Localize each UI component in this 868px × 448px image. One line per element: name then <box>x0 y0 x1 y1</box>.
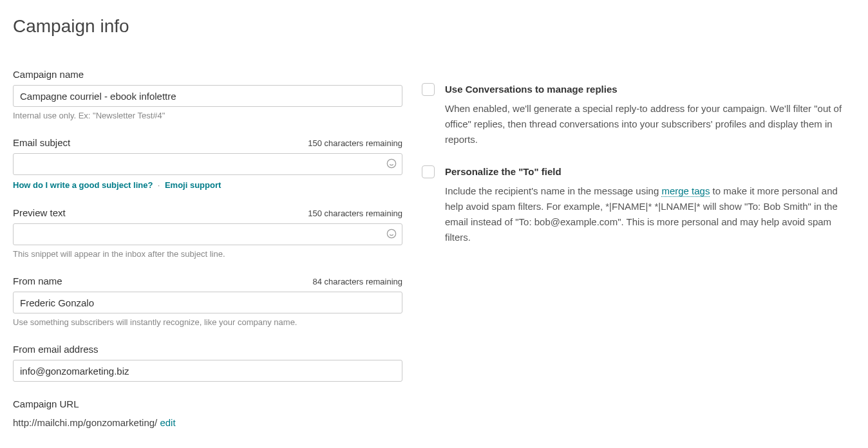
campaign-url-edit-link[interactable]: edit <box>160 417 175 428</box>
from-email-input[interactable] <box>13 360 402 382</box>
campaign-url-label: Campaign URL <box>13 398 79 409</box>
campaign-url-group: Campaign URL http://mailchi.mp/gonzomark… <box>13 398 402 428</box>
conversations-label: Use Conversations to manage replies <box>445 83 618 96</box>
personalize-checkbox[interactable] <box>422 165 435 178</box>
campaign-name-input[interactable] <box>13 85 402 107</box>
good-subject-link[interactable]: How do I write a good subject line? <box>13 180 153 190</box>
svg-point-0 <box>387 159 395 167</box>
from-name-group: From name 84 characters remaining Use so… <box>13 275 402 327</box>
preview-text-label: Preview text <box>13 207 66 218</box>
from-email-group: From email address <box>13 344 402 382</box>
emoji-picker-button[interactable] <box>384 227 399 241</box>
smiley-icon <box>386 158 397 171</box>
campaign-name-help: Internal use only. Ex: "Newsletter Test#… <box>13 111 402 120</box>
personalize-desc: Include the recipient's name in the mess… <box>445 183 855 245</box>
from-name-input[interactable] <box>13 292 402 313</box>
page-title: Campaign info <box>13 16 855 37</box>
emoji-picker-button[interactable] <box>384 157 399 171</box>
preview-text-remaining: 150 characters remaining <box>308 209 402 218</box>
link-separator: · <box>158 180 160 190</box>
email-subject-label: Email subject <box>13 137 70 148</box>
email-subject-group: Email subject 150 characters remaining H… <box>13 137 402 191</box>
personalize-label: Personalize the "To" field <box>445 165 561 178</box>
campaign-name-group: Campaign name Internal use only. Ex: "Ne… <box>13 69 402 120</box>
conversations-desc: When enabled, we'll generate a special r… <box>445 101 855 147</box>
from-name-remaining: 84 characters remaining <box>313 277 402 286</box>
conversations-checkbox[interactable] <box>422 83 435 96</box>
merge-tags-link[interactable]: merge tags <box>661 185 710 197</box>
email-subject-remaining: 150 characters remaining <box>308 138 402 148</box>
from-email-label: From email address <box>13 344 99 355</box>
preview-text-group: Preview text 150 characters remaining Th… <box>13 207 402 259</box>
emoji-support-link[interactable]: Emoji support <box>165 180 221 190</box>
from-name-help: Use something subscribers will instantly… <box>13 317 402 327</box>
campaign-url-value: http://mailchi.mp/gonzomarketing/ <box>13 417 160 428</box>
campaign-name-label: Campaign name <box>13 69 84 80</box>
preview-text-help: This snippet will appear in the inbox af… <box>13 249 402 259</box>
svg-point-3 <box>387 229 395 238</box>
personalize-desc-before: Include the recipient's name in the mess… <box>445 185 661 196</box>
preview-text-input[interactable] <box>13 223 402 245</box>
email-subject-input[interactable] <box>13 153 402 175</box>
from-name-label: From name <box>13 275 62 286</box>
smiley-icon <box>386 229 397 241</box>
